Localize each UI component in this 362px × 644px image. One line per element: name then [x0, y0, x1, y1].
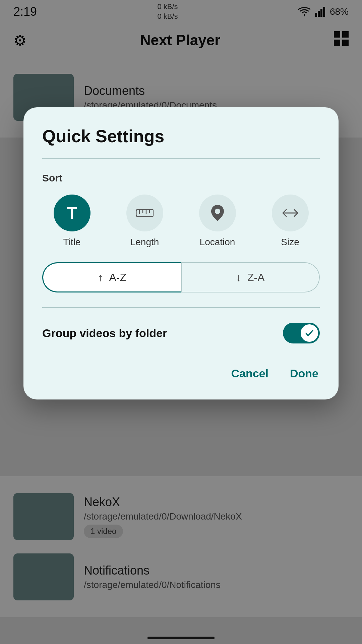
- sort-location-icon: [199, 195, 236, 231]
- dialog-actions: Cancel Done: [42, 364, 320, 383]
- svg-rect-8: [136, 210, 154, 216]
- sort-length-icon: [126, 195, 163, 231]
- divider-middle: [42, 307, 320, 308]
- order-za-label: Z-A: [247, 271, 265, 284]
- group-videos-label: Group videos by folder: [42, 327, 167, 340]
- sort-title-icon: T: [54, 195, 90, 231]
- order-za-arrow: ↓: [236, 271, 241, 284]
- quick-settings-dialog: Quick Settings Sort T Title: [23, 107, 339, 399]
- order-za-button[interactable]: ↓ Z-A: [181, 262, 320, 292]
- sort-option-location[interactable]: Location: [188, 195, 247, 248]
- order-az-label: A-Z: [109, 271, 126, 284]
- svg-point-13: [215, 209, 220, 214]
- sort-size-icon: [272, 195, 309, 231]
- order-az-arrow: ↑: [98, 271, 103, 284]
- sort-section-label: Sort: [42, 172, 320, 184]
- group-videos-row: Group videos by folder: [42, 323, 320, 343]
- divider-top: [42, 158, 320, 159]
- sort-option-size[interactable]: Size: [260, 195, 320, 248]
- sort-option-length[interactable]: Length: [115, 195, 174, 248]
- order-az-button[interactable]: ↑ A-Z: [42, 262, 181, 292]
- dialog-title: Quick Settings: [42, 126, 320, 146]
- order-buttons-row: ↑ A-Z ↓ Z-A: [42, 262, 320, 292]
- cancel-button[interactable]: Cancel: [230, 364, 270, 383]
- sort-options-row: T Title Length: [42, 195, 320, 248]
- toggle-knob: [301, 324, 318, 342]
- sort-option-title[interactable]: T Title: [42, 195, 102, 248]
- dialog-overlay: Quick Settings Sort T Title: [0, 0, 362, 644]
- group-videos-toggle[interactable]: [283, 323, 320, 343]
- sort-title-label: Title: [63, 237, 81, 248]
- done-button[interactable]: Done: [289, 364, 320, 383]
- sort-location-label: Location: [200, 237, 235, 248]
- sort-length-label: Length: [130, 237, 159, 248]
- sort-size-label: Size: [281, 237, 299, 248]
